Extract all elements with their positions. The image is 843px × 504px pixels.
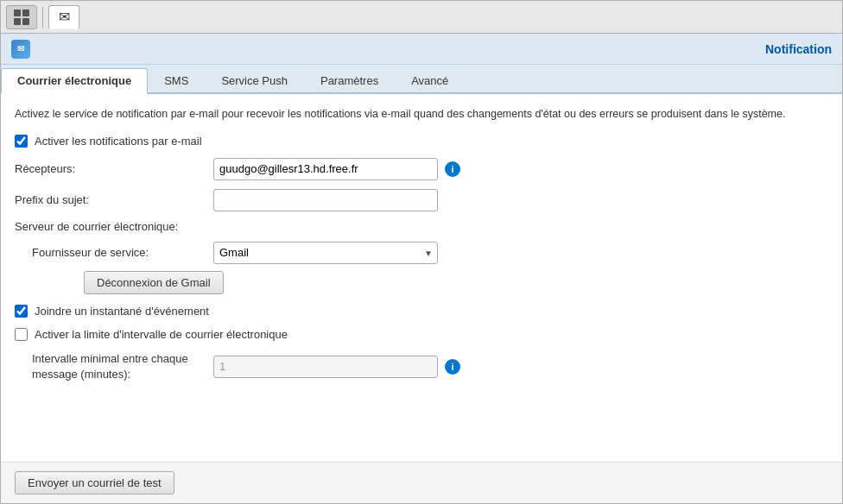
grid-view-button[interactable]: [6, 5, 37, 29]
prefix-label: Prefix du sujet:: [15, 193, 213, 206]
tab-email[interactable]: Courrier électronique: [1, 68, 148, 94]
tab-sms[interactable]: SMS: [148, 68, 205, 92]
interval-info-icon[interactable]: i: [445, 359, 460, 375]
recepteurs-row: Récepteurs: i: [15, 158, 828, 180]
provider-select-wrapper: Gmail Yahoo Outlook Custom ▼: [213, 242, 438, 264]
interval-label: Intervalle minimal entre chaque message …: [32, 351, 213, 382]
description-text: Activez le service de notification par e…: [15, 106, 828, 123]
tab-service-push[interactable]: Service Push: [205, 68, 304, 92]
toolbar-separator: [42, 7, 43, 28]
interval-input[interactable]: [213, 356, 438, 378]
envelope-icon: ✉: [59, 9, 70, 25]
disconnect-gmail-button[interactable]: Déconnexion de Gmail: [84, 271, 224, 294]
interval-limit-checkbox[interactable]: [15, 328, 28, 341]
grid-icon: [14, 9, 29, 25]
provider-select[interactable]: Gmail Yahoo Outlook Custom: [213, 242, 438, 264]
page-title: Notification: [765, 42, 832, 56]
send-test-email-button[interactable]: Envoyer un courriel de test: [15, 471, 174, 495]
tab-bar: Courrier électronique SMS Service Push P…: [1, 65, 842, 94]
notification-view-button[interactable]: ✉: [48, 5, 79, 29]
prefix-input[interactable]: [213, 189, 438, 211]
enable-notifications-row: Activer les notifications par e-mail: [15, 135, 828, 148]
prefix-row: Prefix du sujet:: [15, 189, 828, 211]
provider-label: Fournisseur de service:: [32, 246, 213, 259]
header-bar: ✉ Notification: [1, 34, 842, 65]
app-icon: ✉: [11, 40, 30, 59]
snapshot-label: Joindre un instantané d'événement: [35, 305, 209, 318]
main-window: ✉ ✉ Notification Courrier électronique S…: [0, 0, 843, 504]
disconnect-btn-row: Déconnexion de Gmail: [84, 271, 828, 294]
snapshot-row: Joindre un instantané d'événement: [15, 305, 828, 318]
tab-parametres[interactable]: Paramètres: [304, 68, 395, 92]
enable-notifications-checkbox[interactable]: [15, 135, 28, 148]
recepteurs-input[interactable]: [213, 158, 438, 180]
interval-limit-row: Activer la limite d'intervalle de courri…: [15, 328, 828, 341]
content-area: Activez le service de notification par e…: [1, 94, 842, 462]
server-label-row: Serveur de courrier électronique:: [15, 220, 828, 233]
form-section: Récepteurs: i Prefix du sujet: Serveur d…: [15, 158, 828, 382]
enable-notifications-label: Activer les notifications par e-mail: [35, 135, 202, 148]
tab-avance[interactable]: Avancé: [395, 68, 465, 92]
bottom-bar: Envoyer un courriel de test: [1, 462, 842, 503]
snapshot-checkbox[interactable]: [15, 305, 28, 318]
provider-row: Fournisseur de service: Gmail Yahoo Outl…: [15, 242, 828, 264]
toolbar: ✉: [1, 1, 842, 34]
interval-row: Intervalle minimal entre chaque message …: [15, 351, 828, 382]
server-section-label: Serveur de courrier électronique:: [15, 220, 213, 233]
recepteurs-info-icon[interactable]: i: [445, 161, 460, 177]
interval-limit-label: Activer la limite d'intervalle de courri…: [35, 328, 288, 341]
recepteurs-label: Récepteurs:: [15, 162, 213, 175]
